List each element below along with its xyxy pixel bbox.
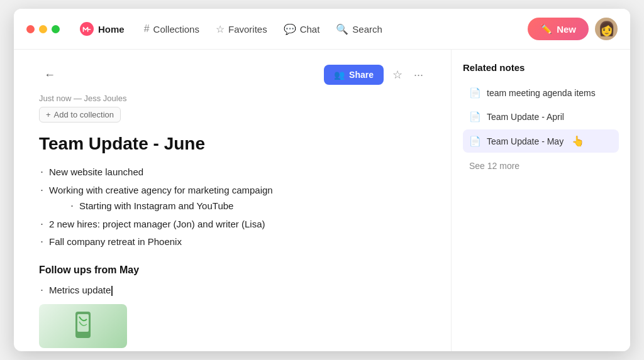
doc-icon-1: 📄 bbox=[469, 87, 481, 99]
doc-toolbar: ← 👥 Share ☆ ··· bbox=[39, 65, 426, 85]
related-note-1[interactable]: 📄 team meeting agenda items bbox=[463, 82, 619, 104]
main-bullets: New website launched Working with creati… bbox=[39, 164, 426, 250]
related-notes-title: Related notes bbox=[463, 62, 619, 73]
search-label: Search bbox=[352, 24, 382, 35]
related-note-label-2: Team Update - April bbox=[487, 112, 564, 122]
avatar[interactable]: 👩 bbox=[595, 18, 618, 40]
content-area: ← 👥 Share ☆ ··· Just now — Jess Joules bbox=[14, 50, 630, 351]
doc-icon-2: 📄 bbox=[469, 111, 481, 123]
list-item: 2 new hires: project manager (Jon) and w… bbox=[39, 216, 426, 232]
new-button[interactable]: ✏️ New bbox=[528, 18, 589, 40]
list-item: Working with creative agency for marketi… bbox=[39, 182, 426, 214]
list-item: New website launched bbox=[39, 164, 426, 180]
related-note-label-1: team meeting agenda items bbox=[487, 88, 596, 98]
share-label: Share bbox=[349, 70, 374, 80]
search-icon: 🔍 bbox=[336, 23, 348, 35]
related-note-label-3: Team Update - May bbox=[487, 136, 564, 146]
doc-meta: Just now — Jess Joules bbox=[39, 94, 426, 103]
list-item: Starting with Instagram and YouTube bbox=[69, 198, 426, 214]
star-icon: ☆ bbox=[216, 23, 225, 35]
share-button[interactable]: 👥 Share bbox=[324, 65, 384, 85]
sub-bullets: Starting with Instagram and YouTube bbox=[49, 198, 426, 214]
avatar-placeholder: 👩 bbox=[598, 21, 615, 37]
plus-icon: + bbox=[46, 110, 51, 119]
back-arrow-icon: ← bbox=[44, 68, 55, 81]
minimize-button[interactable] bbox=[39, 25, 47, 33]
mem-logo-icon bbox=[80, 22, 94, 36]
doc-title: Team Update - June bbox=[39, 134, 426, 154]
related-notes-panel: Related notes 📄 team meeting agenda item… bbox=[451, 50, 630, 351]
chat-icon: 💬 bbox=[284, 23, 296, 35]
nav-chat[interactable]: 💬 Chat bbox=[275, 19, 328, 39]
nav-home[interactable]: Home bbox=[72, 18, 132, 40]
nav-collections[interactable]: # Collections bbox=[136, 19, 208, 38]
favorite-button[interactable]: ☆ bbox=[390, 65, 405, 84]
add-collection-label: Add to collection bbox=[54, 110, 114, 119]
hash-icon: # bbox=[144, 23, 150, 35]
see-more-label: See 12 more bbox=[469, 161, 519, 171]
list-item: Metrics update bbox=[39, 282, 426, 298]
share-icon: 👥 bbox=[334, 70, 345, 80]
add-to-collection-button[interactable]: + Add to collection bbox=[39, 107, 121, 123]
nav-right: ✏️ New 👩 bbox=[528, 18, 618, 40]
main-content: ← 👥 Share ☆ ··· Just now — Jess Joules bbox=[14, 50, 451, 351]
text-cursor bbox=[111, 286, 113, 296]
cursor-hand-icon: 👆 bbox=[572, 135, 584, 147]
favorites-label: Favorites bbox=[228, 24, 267, 35]
chat-label: Chat bbox=[300, 24, 320, 35]
home-label: Home bbox=[98, 24, 125, 35]
maximize-button[interactable] bbox=[52, 25, 60, 33]
phone-graphic bbox=[64, 310, 102, 342]
nav-favorites[interactable]: ☆ Favorites bbox=[208, 19, 275, 39]
doc-body: New website launched Working with creati… bbox=[39, 164, 426, 348]
star-empty-icon: ☆ bbox=[392, 68, 402, 81]
toolbar-right: 👥 Share ☆ ··· bbox=[324, 65, 426, 85]
traffic-lights bbox=[26, 25, 60, 33]
back-button[interactable]: ← bbox=[39, 66, 60, 84]
more-options-button[interactable]: ··· bbox=[411, 66, 426, 84]
metrics-text: Metrics update bbox=[49, 285, 111, 295]
followup-bullets: Metrics update bbox=[39, 282, 426, 298]
section-heading: Follow ups from May bbox=[39, 261, 426, 278]
app-window: Home # Collections ☆ Favorites 💬 Chat 🔍 … bbox=[14, 9, 630, 351]
edit-icon: ✏️ bbox=[540, 23, 552, 35]
related-note-2[interactable]: 📄 Team Update - April bbox=[463, 106, 619, 128]
collections-label: Collections bbox=[153, 24, 199, 35]
nav-search[interactable]: 🔍 Search bbox=[328, 19, 391, 39]
ellipsis-icon: ··· bbox=[414, 68, 423, 81]
titlebar: Home # Collections ☆ Favorites 💬 Chat 🔍 … bbox=[14, 9, 630, 50]
close-button[interactable] bbox=[26, 25, 35, 33]
see-more-button[interactable]: See 12 more bbox=[463, 155, 619, 177]
list-item: Fall company retreat in Phoenix bbox=[39, 234, 426, 250]
related-note-3[interactable]: 📄 Team Update - May 👆 bbox=[463, 129, 619, 153]
new-label: New bbox=[557, 24, 576, 35]
doc-image-thumbnail bbox=[39, 304, 127, 348]
doc-icon-3: 📄 bbox=[469, 136, 481, 147]
nav-bar: Home # Collections ☆ Favorites 💬 Chat 🔍 … bbox=[72, 18, 528, 40]
